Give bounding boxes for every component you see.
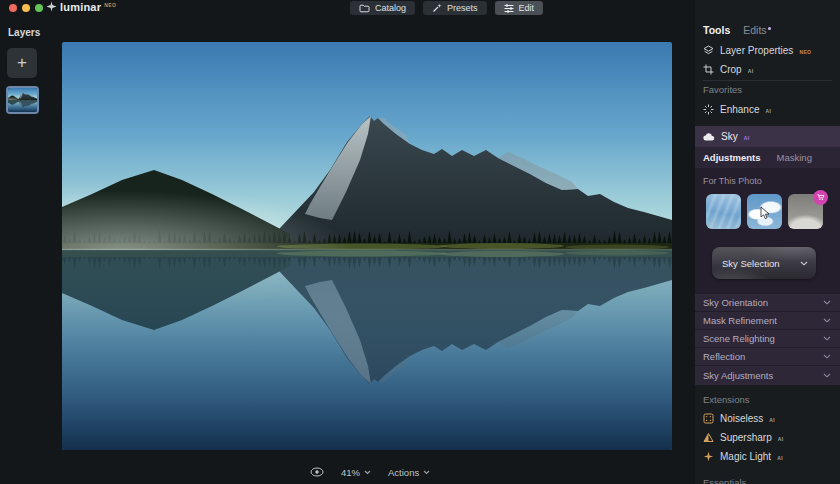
section-label: Mask Refinement (703, 315, 777, 326)
section-scene-relighting[interactable]: Scene Relighting (695, 329, 840, 347)
app-logo: luminar NEO (46, 1, 116, 13)
wand-icon (432, 3, 442, 13)
ai-badge: AI (744, 135, 750, 141)
canvas-toolbar: 41% Actions (310, 465, 430, 479)
chevron-down-icon (800, 261, 808, 266)
extension-supersharp-label: Supersharp (720, 432, 772, 443)
tool-sky[interactable]: Sky AI (695, 126, 840, 147)
tool-crop-label: Crop (720, 64, 742, 75)
edit-button[interactable]: Edit (495, 1, 544, 15)
ai-badge: AI (777, 455, 783, 461)
catalog-button-label: Catalog (375, 3, 406, 13)
magic-light-icon (703, 451, 714, 462)
layers-panel-title: Layers (8, 27, 40, 38)
zoom-level-value: 41% (341, 467, 360, 478)
chevron-down-icon (423, 470, 430, 475)
chevron-down-icon (823, 318, 831, 323)
add-layer-button[interactable]: + (7, 48, 37, 78)
for-this-photo-label: For This Photo (703, 176, 762, 186)
minimize-window-button[interactable] (22, 4, 30, 12)
marketplace-badge (813, 190, 828, 205)
cloud-icon (703, 133, 715, 141)
ai-badge: AI (778, 436, 784, 442)
tool-sky-label: Sky (721, 131, 738, 142)
extension-supersharp[interactable]: Supersharp AI (703, 430, 833, 445)
app-logo-badge: NEO (104, 2, 116, 8)
sky-subtabs: Adjustments Masking (695, 147, 840, 168)
tab-masking[interactable]: Masking (777, 152, 812, 163)
tab-edits-label: Edits (743, 24, 766, 36)
section-sky-orientation[interactable]: Sky Orientation (695, 293, 840, 311)
photo-mountain-lake (62, 42, 672, 450)
tool-layer-properties[interactable]: Layer Properties NEO (703, 43, 833, 58)
extension-noiseless-label: Noiseless (720, 413, 763, 424)
ai-badge: AI (769, 417, 775, 423)
sky-preset-thumb-2[interactable] (747, 194, 782, 229)
sidebar-tabs: Tools Edits (703, 24, 770, 36)
photo-canvas[interactable] (62, 42, 672, 450)
noiseless-icon (703, 413, 714, 424)
chevron-down-icon (364, 470, 371, 475)
preview-toggle[interactable] (310, 467, 324, 477)
section-label: Reflection (703, 351, 745, 362)
layer-thumbnail-image (8, 88, 37, 112)
layers-icon (703, 45, 714, 56)
tab-edits[interactable]: Edits (743, 24, 769, 36)
presets-button[interactable]: Presets (423, 1, 487, 15)
section-mask-refinement[interactable]: Mask Refinement (695, 311, 840, 329)
close-window-button[interactable] (9, 4, 17, 12)
sky-selection-dropdown[interactable]: Sky Selection (712, 247, 816, 279)
enhance-sparkle-icon (703, 104, 714, 115)
section-sky-adjustments[interactable]: Sky Adjustments (695, 365, 840, 385)
section-label: Scene Relighting (703, 333, 775, 344)
plus-icon: + (17, 53, 27, 73)
tool-layer-properties-label: Layer Properties (720, 45, 793, 56)
tool-enhance-label: Enhance (720, 104, 759, 115)
sidebar-divider (703, 80, 832, 81)
app-logo-text: luminar (60, 1, 101, 13)
neo-badge: NEO (799, 49, 811, 55)
essentials-section-label: Essentials (703, 477, 746, 484)
section-label: Sky Adjustments (703, 370, 773, 381)
edits-notification-dot (768, 27, 771, 30)
extension-noiseless[interactable]: Noiseless AI (703, 411, 833, 426)
favorites-section-label: Favorites (703, 84, 742, 95)
catalog-button[interactable]: Catalog (350, 1, 415, 15)
presets-button-label: Presets (447, 3, 478, 13)
chevron-down-icon (823, 354, 831, 359)
chevron-down-icon (823, 300, 831, 305)
supersharp-icon (703, 432, 714, 443)
sliders-icon (504, 4, 514, 13)
tool-enhance[interactable]: Enhance AI (703, 102, 833, 117)
window-controls (9, 4, 43, 12)
eye-icon (310, 467, 324, 477)
zoom-level-dropdown[interactable]: 41% (341, 467, 371, 478)
chevron-down-icon (823, 336, 831, 341)
actions-dropdown[interactable]: Actions (388, 467, 430, 478)
extension-magic-light-label: Magic Light (720, 451, 771, 462)
tab-tools[interactable]: Tools (703, 24, 730, 36)
actions-dropdown-label: Actions (388, 467, 419, 478)
folder-icon (359, 4, 370, 13)
cart-icon (817, 194, 825, 201)
layer-thumbnail[interactable] (6, 86, 39, 114)
section-reflection[interactable]: Reflection (695, 347, 840, 365)
chevron-down-icon (823, 373, 831, 378)
sky-preset-thumb-1[interactable] (706, 194, 741, 229)
sky-selection-label: Sky Selection (722, 258, 780, 269)
ai-badge: AI (748, 68, 754, 74)
extension-magic-light[interactable]: Magic Light AI (703, 449, 833, 464)
tab-adjustments[interactable]: Adjustments (703, 152, 761, 163)
zoom-window-button[interactable] (35, 4, 43, 12)
crop-icon (703, 64, 714, 75)
mode-switcher: Catalog Presets Edit (350, 1, 543, 15)
tool-crop[interactable]: Crop AI (703, 62, 833, 77)
section-label: Sky Orientation (703, 297, 768, 308)
window: { "window": { "logo_text": "luminar", "l… (0, 0, 840, 484)
sparkle-icon (46, 1, 57, 12)
extensions-section-label: Extensions (703, 394, 749, 405)
edit-button-label: Edit (519, 3, 535, 13)
ai-badge: AI (765, 108, 771, 114)
